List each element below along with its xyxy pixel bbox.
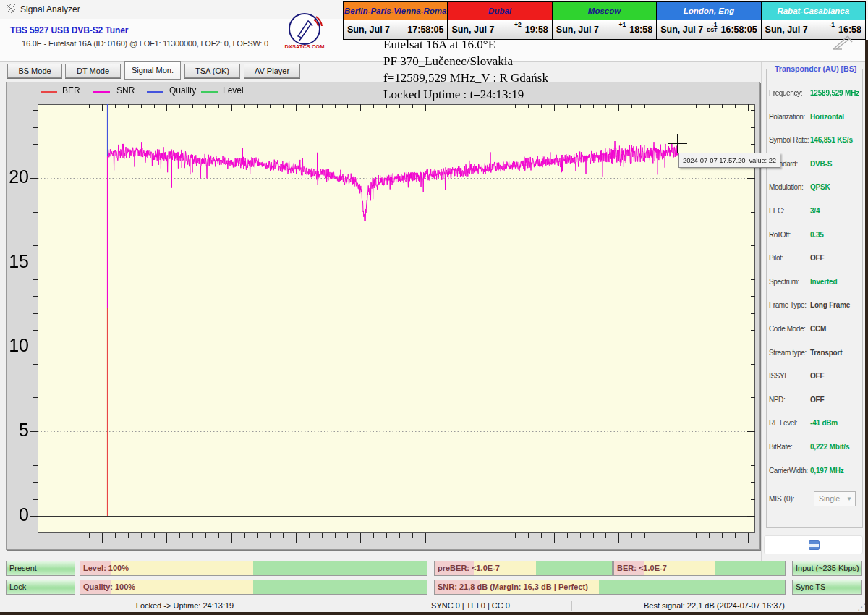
- transponder-row: Pilot:OFF: [769, 254, 863, 264]
- field-label: BitRate:: [769, 443, 792, 451]
- stream-button[interactable]: [764, 535, 863, 554]
- legend-line: [147, 91, 163, 93]
- clock-date: Sun, Jul 7: [451, 25, 494, 35]
- transponder-row: Polarization:Horizontal: [769, 113, 863, 123]
- progressbar-preber: preBER: <1.0E-7: [434, 561, 613, 576]
- y-axis-label: 5: [4, 420, 29, 441]
- stream-icon: [809, 540, 820, 550]
- field-label: Stream type:: [769, 349, 807, 357]
- tab-tsa-ok-[interactable]: TSA (OK): [184, 64, 240, 78]
- clock-time: 17:58:05: [407, 25, 443, 35]
- indicator-input-kbps-: Input (~235 Kbps): [792, 561, 862, 576]
- tab-dt-mode[interactable]: DT Mode: [65, 64, 121, 78]
- progressbar-quality: Quality: 100%: [80, 580, 427, 595]
- tab-signal-mon-[interactable]: Signal Mon.: [124, 61, 181, 80]
- dxsatcs-logo: DXSATCS.COM: [284, 10, 328, 55]
- clock-time-cell: Sun, Jul 717:58:05: [344, 20, 447, 39]
- clock-city-header: Moscow: [553, 2, 656, 20]
- mis-select[interactable]: Single ▼: [814, 491, 856, 506]
- field-value: -41 dBm: [810, 419, 838, 427]
- transponder-row: Code Mode:CCM: [769, 325, 863, 335]
- tab-bs-mode[interactable]: BS Mode: [7, 64, 62, 78]
- mis-row: MIS (0): Single ▼: [769, 495, 863, 503]
- field-label: CarrierWidth:: [769, 467, 808, 475]
- field-label: Frequency:: [769, 89, 802, 97]
- field-label: Polarization:: [769, 113, 805, 121]
- field-value: Transport: [810, 349, 842, 357]
- field-value: 0,197 MHz: [810, 467, 844, 475]
- tab-av-player[interactable]: AV Player: [244, 64, 300, 78]
- field-label: Code Mode:: [769, 325, 805, 333]
- field-value: CCM: [810, 325, 826, 333]
- field-label: NPD:: [769, 396, 785, 404]
- statusbar-sync: SYNC 0 | TEI 0 | CC 0: [370, 598, 571, 614]
- legend-line: [93, 91, 110, 93]
- transponder-row: FEC:3/4: [769, 207, 863, 217]
- clock-date: Sun, Jul 7: [347, 25, 390, 35]
- window-border: [865, 40, 868, 615]
- field-label: ISSYI: [769, 372, 786, 380]
- window-border: [0, 612, 868, 615]
- field-value: DVB-S: [810, 160, 832, 168]
- indicator-sync-ts: Sync TS: [792, 580, 862, 595]
- progressbar-ber: BER: <1.0E-7: [613, 561, 786, 576]
- clock-date: Sun, Jul 7: [660, 25, 703, 35]
- clock-utc-offset: -1DST: [703, 20, 720, 33]
- legend-line: [201, 91, 218, 93]
- signal-chart: BERSNRQualityLevel: [6, 82, 760, 550]
- app-icon: [6, 4, 17, 14]
- field-value: 12589,529 MHz: [810, 89, 859, 97]
- tuner-title: TBS 5927 USB DVB-S2 Tuner: [10, 25, 128, 35]
- field-label: Modulation:: [769, 183, 803, 191]
- field-label: Symbol Rate:: [769, 136, 809, 144]
- status-bar: Locked -> Uptime: 24:13:19 SYNC 0 | TEI …: [0, 598, 868, 613]
- mis-label: MIS (0):: [769, 495, 795, 503]
- tuner-subtitle: 16.0E - Eutelsat 16A (ID: 0160) @ LOF1: …: [22, 39, 268, 48]
- field-label: Spectrum:: [769, 278, 799, 286]
- clock-time: 16:58: [838, 25, 861, 35]
- transponder-panel: Transponder (AU) [BS] Frequency:12589,52…: [761, 62, 866, 561]
- clock-utc-offset: +1: [599, 20, 629, 27]
- field-value: Long Frame: [810, 301, 850, 309]
- clock-city-header: Berlin-Paris-Vienna-Roma: [344, 2, 447, 20]
- mis-value: Single: [819, 494, 840, 503]
- transponder-row: BitRate:0,222 Mbit/s: [769, 443, 863, 453]
- field-value: 3/4: [810, 207, 820, 215]
- field-value: 146,851 KS/s: [810, 136, 853, 144]
- transponder-row: Standard:DVB-S: [769, 160, 863, 170]
- chevron-down-icon: ▼: [846, 492, 852, 506]
- legend-label: Quality: [169, 85, 196, 96]
- indicator-lock: Lock: [6, 580, 75, 595]
- field-value: QPSK: [810, 183, 830, 191]
- legend-line: [41, 91, 57, 93]
- transponder-row: Frame Type:Long Frame: [769, 301, 863, 311]
- transponder-groupbox: Transponder (AU) [BS] Frequency:12589,52…: [766, 69, 863, 528]
- field-value: OFF: [810, 396, 824, 404]
- transponder-row: RollOff:0.35: [769, 231, 863, 241]
- indicator-present: Present: [6, 561, 75, 576]
- clock-city-header: Rabat-Casablanca: [762, 2, 865, 20]
- field-label: RollOff:: [769, 231, 791, 239]
- progressbar-level: Level: 100%: [80, 561, 427, 576]
- transponder-row: Spectrum:Inverted: [769, 278, 863, 288]
- overlay-line: Locked Uptime : t=24:13:19: [383, 88, 731, 104]
- transponder-title: Transponder (AU) [BS]: [773, 64, 859, 73]
- transponder-row: Symbol Rate:146,851 KS/s: [769, 136, 863, 146]
- transponder-row: NPD:OFF: [769, 396, 863, 406]
- window-title: Signal Analyzer: [20, 4, 80, 14]
- y-axis-label: 15: [4, 251, 29, 272]
- transponder-row: RF Level:-41 dBm: [769, 419, 863, 429]
- field-value: OFF: [810, 372, 824, 380]
- field-label: FEC:: [769, 207, 784, 215]
- legend-label: SNR: [116, 85, 135, 96]
- clock-date: Sun, Jul 7: [556, 25, 599, 35]
- legend-label: BER: [62, 85, 80, 96]
- clock-utc-offset: [390, 20, 407, 22]
- clock-time-cell: Sun, Jul 7-1DST16:58:05: [657, 20, 760, 39]
- transponder-row: Stream type:Transport: [769, 349, 863, 359]
- clock-date: Sun, Jul 7: [765, 25, 808, 35]
- crosshair-cursor: [677, 134, 678, 153]
- transponder-row: CarrierWidth:0,197 MHz: [769, 467, 863, 477]
- clock-time: 16:58:05: [721, 25, 757, 35]
- clock-time-cell: Sun, Jul 7+118:58: [553, 20, 656, 39]
